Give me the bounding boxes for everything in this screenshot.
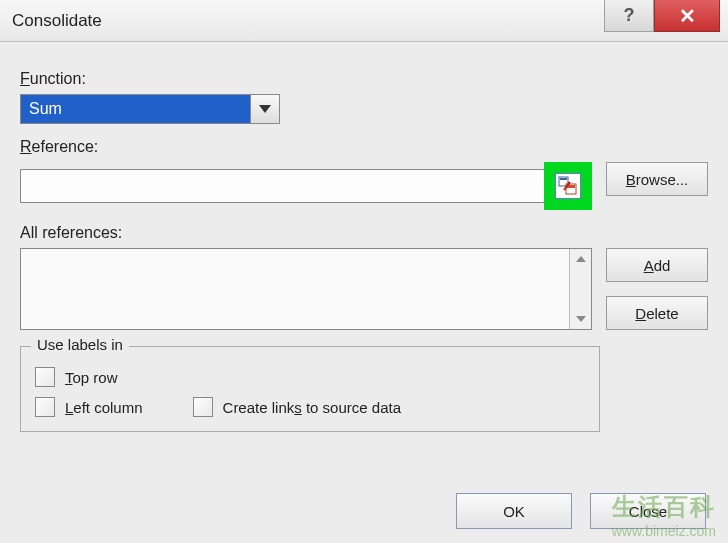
groupbox-title: Use labels in xyxy=(31,336,129,353)
delete-button[interactable]: Delete xyxy=(606,296,708,330)
scroll-up-icon[interactable] xyxy=(570,249,591,269)
use-labels-groupbox: Use labels in Top row Left column Create… xyxy=(20,346,600,432)
all-references-label: All references: xyxy=(20,224,708,242)
svg-rect-2 xyxy=(560,178,567,180)
chevron-down-icon[interactable] xyxy=(250,94,280,124)
function-combobox-value: Sum xyxy=(20,94,250,124)
reference-input[interactable] xyxy=(20,169,546,203)
svg-marker-6 xyxy=(576,256,586,262)
create-links-checkbox[interactable] xyxy=(193,397,213,417)
scroll-down-icon[interactable] xyxy=(570,309,591,329)
left-column-checkbox[interactable] xyxy=(35,397,55,417)
dialog-buttons: OK Close xyxy=(456,493,706,529)
top-row-checkbox[interactable] xyxy=(35,367,55,387)
window-title: Consolidate xyxy=(12,11,102,31)
ok-button[interactable]: OK xyxy=(456,493,572,529)
collapse-highlight xyxy=(544,162,592,210)
scrollbar[interactable] xyxy=(569,249,591,329)
left-column-label: Left column xyxy=(65,399,143,416)
reference-input-wrap xyxy=(20,162,592,210)
close-window-button[interactable]: ✕ xyxy=(654,0,720,32)
dialog-content: Function: Sum Reference: xyxy=(0,42,728,446)
svg-marker-7 xyxy=(576,316,586,322)
browse-button[interactable]: Browse... xyxy=(606,162,708,196)
svg-marker-0 xyxy=(259,105,271,113)
reference-label: Reference: xyxy=(20,138,708,156)
titlebar: Consolidate ? ✕ xyxy=(0,0,728,42)
top-row-label: Top row xyxy=(65,369,118,386)
all-references-listbox[interactable] xyxy=(20,248,592,330)
function-label: Function: xyxy=(20,70,708,88)
help-button[interactable]: ? xyxy=(604,0,654,32)
titlebar-buttons: ? ✕ xyxy=(604,0,728,41)
close-button[interactable]: Close xyxy=(590,493,706,529)
create-links-label: Create links to source data xyxy=(223,399,401,416)
collapse-dialog-icon[interactable] xyxy=(555,173,581,199)
function-combobox[interactable]: Sum xyxy=(20,94,280,124)
add-button[interactable]: Add xyxy=(606,248,708,282)
